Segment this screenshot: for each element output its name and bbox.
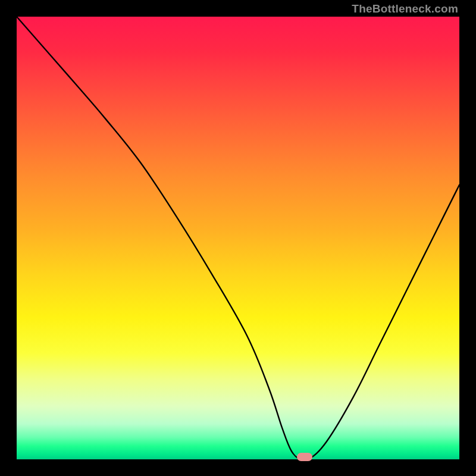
chart-frame: TheBottleneck.com (0, 0, 476, 476)
bottleneck-curve (17, 17, 459, 459)
plot-area (17, 17, 459, 459)
watermark-text: TheBottleneck.com (352, 2, 458, 15)
optimum-marker (297, 453, 312, 461)
